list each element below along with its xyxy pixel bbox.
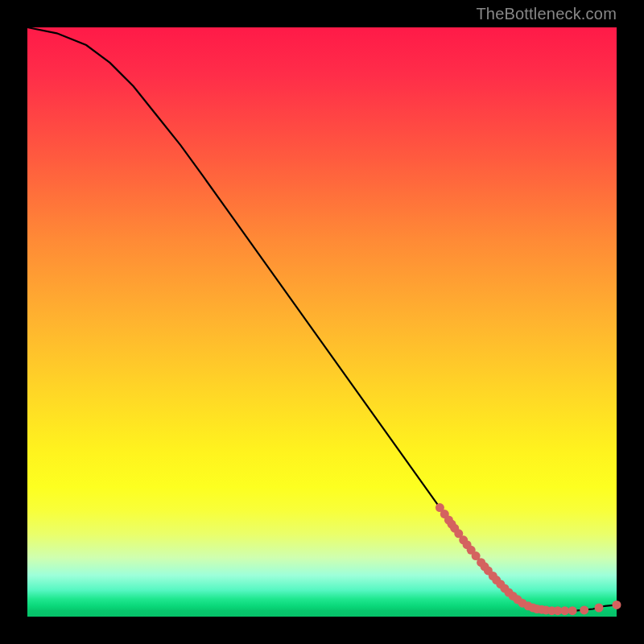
data-point (568, 606, 577, 615)
data-point (580, 605, 588, 614)
scatter-group (436, 503, 621, 615)
chart-svg (27, 27, 617, 617)
chart-plot-area (27, 27, 617, 617)
attribution-label: TheBottleneck.com (476, 5, 617, 23)
data-point (595, 604, 604, 613)
data-point (613, 601, 621, 609)
data-point (560, 606, 569, 615)
bottleneck-curve (27, 27, 617, 611)
